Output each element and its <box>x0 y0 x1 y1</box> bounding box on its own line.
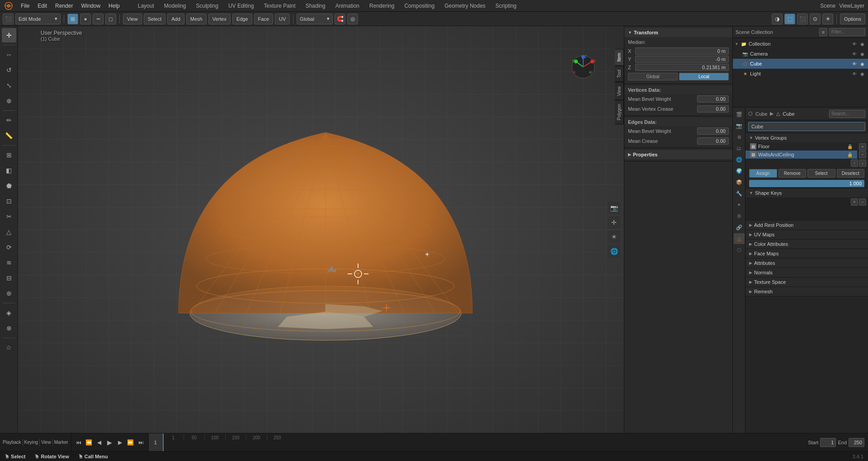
mesh-btn[interactable]: Mesh <box>186 14 207 24</box>
vg-down-btn[interactable]: ↓ <box>859 160 866 167</box>
view-label[interactable]: View <box>41 440 51 445</box>
outliner-search[interactable] <box>829 28 865 36</box>
weight-input[interactable] <box>749 180 864 187</box>
local-tab[interactable]: Local <box>679 73 729 80</box>
btn-jump-start[interactable]: ⏮ <box>74 438 83 447</box>
prop-icon-output[interactable]: 🖥 <box>734 132 745 142</box>
tool-poly-build[interactable]: △ <box>2 225 16 239</box>
btn-play[interactable]: ▶ <box>105 438 114 447</box>
solid-shading[interactable]: ⬛ <box>797 14 808 24</box>
tab-scripting[interactable]: Scripting <box>491 1 521 10</box>
tool-rip[interactable]: ⊗ <box>2 321 16 335</box>
tab-rendering[interactable]: Rendering <box>365 1 399 10</box>
tool-shear[interactable]: ◈ <box>2 306 16 320</box>
mean-bevel-weight-e-input[interactable] <box>697 127 729 135</box>
tab-compositing[interactable]: Compositing <box>400 1 439 10</box>
menu-edit[interactable]: Edit <box>34 2 51 10</box>
npanel-tab-tool[interactable]: Tool <box>615 66 624 82</box>
global-icon-btn[interactable]: ⬛ <box>3 14 14 24</box>
tab-uv-editing[interactable]: UV Editing <box>224 1 259 10</box>
current-frame[interactable]: 1 <box>149 433 162 451</box>
uv-btn[interactable]: UV <box>275 14 290 24</box>
marker-label[interactable]: Marker <box>54 440 68 445</box>
outliner-item-camera[interactable]: 📷 Camera 👁 ◉ <box>733 49 868 59</box>
tool-smooth[interactable]: ≋ <box>2 255 16 270</box>
tool-measure[interactable]: 📏 <box>2 128 16 143</box>
playhead[interactable] <box>163 433 164 451</box>
add-btn[interactable]: Add <box>167 14 184 24</box>
end-frame-input[interactable] <box>849 438 864 447</box>
edge-btn[interactable]: Edge <box>232 14 252 24</box>
prop-search[interactable] <box>829 110 865 118</box>
playback-label[interactable]: Playback <box>3 440 21 445</box>
sk-add-btn[interactable]: + <box>851 198 858 206</box>
tab-animation[interactable]: Animation <box>331 1 364 10</box>
tool-grab[interactable]: ☆ <box>2 340 16 355</box>
prop-icon-meshdata[interactable]: △ <box>734 233 745 244</box>
vp-cursor-icon[interactable]: ✛ <box>608 216 620 229</box>
y-input[interactable] <box>635 56 729 63</box>
btn-prev-frame[interactable]: ◀ <box>95 438 104 447</box>
uv-maps-header[interactable]: ▶ UV Maps <box>745 230 868 239</box>
global-tab[interactable]: Global <box>628 73 678 80</box>
cube-select-icon[interactable]: ◉ <box>859 61 865 67</box>
shape-keys-header[interactable]: ▼ Shape Keys <box>745 188 868 198</box>
tool-scale[interactable]: ⤡ <box>2 78 16 93</box>
outliner-item-cube[interactable]: ⬡ Cube 👁 ◉ <box>733 59 868 69</box>
vg-remove-action-btn[interactable]: Remove <box>778 169 807 178</box>
camera-select-icon[interactable]: ◉ <box>859 51 865 57</box>
tool-loop-cut[interactable]: ⊡ <box>2 194 16 208</box>
btn-jump-end[interactable]: ⏭ <box>137 438 146 447</box>
transform-header[interactable]: ▼ Transform <box>624 28 732 37</box>
vp-world-icon[interactable]: 🌐 <box>608 245 620 258</box>
outliner-item-light[interactable]: ☀ Light 👁 ◉ <box>733 69 868 79</box>
tool-move[interactable]: ↔ <box>2 47 16 62</box>
transform-space-dropdown[interactable]: Global ▾ <box>297 14 333 24</box>
tool-knife[interactable]: ✂ <box>2 209 16 224</box>
vg-up-btn[interactable]: ↑ <box>851 160 858 167</box>
face-btn[interactable]: Face <box>254 14 273 24</box>
light-eye-icon[interactable]: 👁 <box>851 71 858 77</box>
add-rest-header[interactable]: ▶ Add Rest Position <box>745 221 868 230</box>
timeline-ruler[interactable]: 1 50 100 150 200 250 <box>162 433 804 451</box>
tab-modeling[interactable]: Modeling <box>160 1 191 10</box>
start-frame-input[interactable] <box>820 438 836 447</box>
tool-shrink-fatten[interactable]: ⊛ <box>2 286 16 301</box>
outliner-filter-icon[interactable]: ≡ <box>819 28 827 36</box>
color-attr-header[interactable]: ▶ Color Attributes <box>745 240 868 249</box>
vg-add-btn[interactable]: + <box>859 143 866 151</box>
npanel-tab-item[interactable]: Item <box>615 49 624 66</box>
edit-face-btn[interactable]: ◻ <box>105 14 116 24</box>
tab-layout[interactable]: Layout <box>133 1 159 10</box>
edit-edge-btn[interactable]: ━ <box>93 14 104 24</box>
tool-transform[interactable]: ⊕ <box>2 94 16 108</box>
mesh-name-input[interactable] <box>748 122 865 131</box>
remesh-header[interactable]: ▶ Remesh <box>745 287 868 296</box>
view-mode-btn[interactable]: ⊞ <box>67 14 78 24</box>
vg-item-floor[interactable]: ▦ Floor 🔒 <box>745 142 857 151</box>
overlay-icon[interactable]: ◑ <box>772 14 783 24</box>
cube-eye-icon[interactable]: 👁 <box>851 61 858 67</box>
orientation-widget[interactable]: X Y Z <box>570 53 597 82</box>
vg-remove-btn[interactable]: − <box>859 151 866 158</box>
normals-header[interactable]: ▶ Normals <box>745 268 868 277</box>
sk-remove-btn[interactable]: − <box>859 198 866 206</box>
tab-geometry-nodes[interactable]: Geometry Nodes <box>440 1 490 10</box>
tab-sculpting[interactable]: Sculpting <box>192 1 223 10</box>
keying-label[interactable]: Keying <box>24 440 38 445</box>
snap-icon[interactable]: 🧲 <box>335 14 345 24</box>
tool-inset[interactable]: ◧ <box>2 163 16 178</box>
xray-icon[interactable]: ⬚ <box>784 14 795 24</box>
texture-space-header[interactable]: ▶ Texture Space <box>745 278 868 287</box>
prop-icon-particles[interactable]: ✦ <box>734 199 745 210</box>
prop-icon-viewlayer[interactable]: 🗂 <box>734 143 745 154</box>
select-btn[interactable]: Select <box>144 14 166 24</box>
tool-bevel[interactable]: ⬟ <box>2 179 16 193</box>
mean-crease-input[interactable] <box>697 137 729 145</box>
vertex-groups-header[interactable]: ▼ Vertex Groups <box>745 133 868 142</box>
properties-header[interactable]: ▶ Properties <box>624 150 732 159</box>
view-btn[interactable]: View <box>123 14 142 24</box>
vertex-btn[interactable]: Vertex <box>208 14 231 24</box>
proportional-icon[interactable]: ◎ <box>347 14 358 24</box>
tool-annotate[interactable]: ✏ <box>2 113 16 127</box>
